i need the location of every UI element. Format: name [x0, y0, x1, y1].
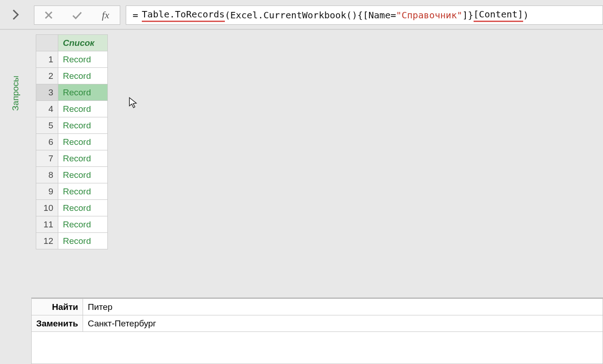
- formula-paren: (){[Name=: [346, 10, 396, 21]
- formula-bar-area: fx = Table.ToRecords ( Excel.CurrentWork…: [0, 0, 603, 30]
- row-number[interactable]: 7: [36, 150, 58, 167]
- queries-side-tab[interactable]: Запросы: [0, 30, 31, 364]
- table-row[interactable]: 11Record: [36, 216, 108, 233]
- record-link[interactable]: Record: [58, 117, 108, 134]
- queries-label: Запросы: [11, 76, 21, 111]
- row-number[interactable]: 1: [36, 51, 58, 68]
- table-row[interactable]: 2Record: [36, 68, 108, 84]
- formula-paren: (: [225, 10, 230, 21]
- row-number[interactable]: 9: [36, 183, 58, 200]
- x-icon: [44, 11, 53, 20]
- formula-eq: =: [133, 10, 138, 21]
- table-row[interactable]: 6Record: [36, 134, 108, 150]
- detail-value: Санкт-Петербург: [83, 315, 603, 332]
- row-number[interactable]: 5: [36, 117, 58, 134]
- row-number[interactable]: 10: [36, 200, 58, 216]
- table-row[interactable]: 5Record: [36, 117, 108, 134]
- detail-value: Питер: [83, 299, 603, 315]
- row-number[interactable]: 8: [36, 167, 58, 183]
- record-link[interactable]: Record: [58, 51, 108, 68]
- record-link[interactable]: Record: [58, 233, 108, 249]
- table-row[interactable]: 4Record: [36, 101, 108, 117]
- svg-marker-2: [129, 98, 136, 108]
- record-link[interactable]: Record: [58, 84, 108, 101]
- formula-bar-controls: fx: [34, 6, 120, 25]
- formula-string: "Справочник": [396, 10, 463, 21]
- row-number[interactable]: 4: [36, 101, 58, 117]
- detail-key: Заменить: [32, 315, 83, 332]
- record-link[interactable]: Record: [58, 134, 108, 150]
- table-row[interactable]: 3Record: [36, 84, 108, 101]
- record-link[interactable]: Record: [58, 68, 108, 84]
- table-row[interactable]: 8Record: [36, 167, 108, 183]
- table-row[interactable]: 1Record: [36, 51, 108, 68]
- detail-key: Найти: [32, 299, 83, 315]
- formula-paren: ): [523, 10, 529, 21]
- row-number[interactable]: 2: [36, 68, 58, 84]
- fx-label: fx: [91, 6, 120, 24]
- record-link[interactable]: Record: [58, 150, 108, 167]
- formula-input[interactable]: = Table.ToRecords ( Excel.CurrentWorkboo…: [126, 6, 603, 25]
- formula-fn-torecords: Table.ToRecords: [142, 9, 225, 22]
- detail-empty-area: [31, 332, 603, 364]
- grid-wrap: Список 1Record2Record3Record4Record5Reco…: [31, 30, 603, 298]
- confirm-button[interactable]: [63, 6, 91, 24]
- record-link[interactable]: Record: [58, 216, 108, 233]
- formula-fn-workbook: Excel.CurrentWorkbook: [230, 10, 346, 21]
- main-area: Запросы Список 1Record2Record3Record4Rec…: [0, 30, 603, 364]
- row-number[interactable]: 12: [36, 233, 58, 249]
- table-row[interactable]: 9Record: [36, 183, 108, 200]
- column-header[interactable]: Список: [58, 35, 108, 51]
- formula-paren: ]}: [462, 10, 473, 21]
- row-number[interactable]: 11: [36, 216, 58, 233]
- record-link[interactable]: Record: [58, 183, 108, 200]
- mouse-cursor-icon: [128, 97, 139, 109]
- row-number[interactable]: 3: [36, 84, 58, 101]
- record-link[interactable]: Record: [58, 101, 108, 117]
- formula-content: [Content]: [474, 9, 523, 22]
- table-row[interactable]: 10Record: [36, 200, 108, 216]
- detail-row: ЗаменитьСанкт-Петербург: [32, 315, 603, 332]
- check-icon: [72, 11, 83, 20]
- record-link[interactable]: Record: [58, 167, 108, 183]
- content-area: Список 1Record2Record3Record4Record5Reco…: [31, 30, 603, 364]
- record-link[interactable]: Record: [58, 200, 108, 216]
- list-table[interactable]: Список 1Record2Record3Record4Record5Reco…: [36, 34, 108, 249]
- table-row[interactable]: 7Record: [36, 150, 108, 167]
- detail-row: НайтиПитер: [32, 299, 603, 315]
- expand-pane-button[interactable]: [0, 0, 31, 29]
- cancel-button[interactable]: [34, 6, 63, 24]
- detail-pane: НайтиПитерЗаменитьСанкт-Петербург: [31, 298, 603, 364]
- table-corner[interactable]: [36, 35, 58, 51]
- detail-table: НайтиПитерЗаменитьСанкт-Петербург: [31, 298, 603, 332]
- chevron-right-icon: [11, 8, 20, 21]
- table-row[interactable]: 12Record: [36, 233, 108, 249]
- row-number[interactable]: 6: [36, 134, 58, 150]
